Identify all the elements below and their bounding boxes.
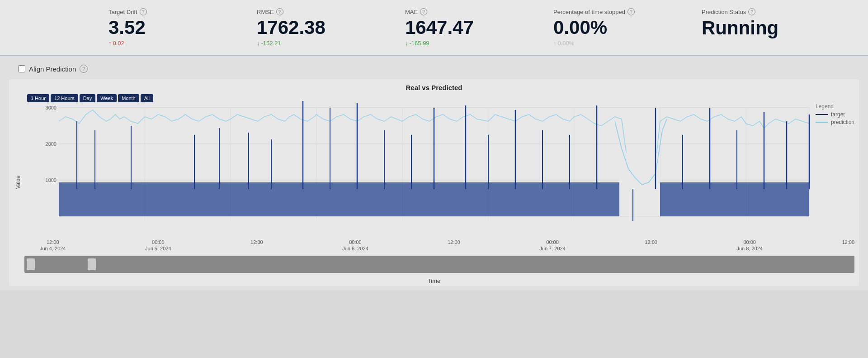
delta-down-icon2: ↓ xyxy=(405,40,408,47)
chart-inner: 1 Hour 12 Hours Day Week Month All 3000 xyxy=(23,94,854,252)
legend-prediction-line xyxy=(816,122,828,123)
pct-stopped-label: Percentage of time stopped xyxy=(553,9,625,15)
mae-delta: ↓ -165.99 xyxy=(405,40,535,47)
prediction-status-label: Prediction Status xyxy=(702,9,746,15)
time-btn-month[interactable]: Month xyxy=(118,94,139,102)
target-drift-label: Target Drift xyxy=(108,9,137,15)
time-buttons: 1 Hour 12 Hours Day Week Month All xyxy=(27,94,153,102)
align-prediction-help-icon[interactable]: ? xyxy=(80,65,88,73)
target-drift-help-icon[interactable]: ? xyxy=(140,8,147,15)
delta-up-icon: ↑ xyxy=(108,40,112,47)
svg-rect-36 xyxy=(619,153,660,216)
x-tick-3: 00:00Jun 6, 2024 xyxy=(342,239,368,252)
svg-text:3000: 3000 xyxy=(46,105,57,110)
svg-text:1000: 1000 xyxy=(46,177,57,183)
pct-stopped-delta: ↑ 0.00% xyxy=(553,40,684,47)
metric-target-drift: Target Drift ? 3.52 ↑ 0.02 xyxy=(99,8,248,47)
main-content: Align Prediction ? Real vs Predicted Val… xyxy=(0,56,868,291)
x-tick-7: 00:00Jun 8, 2024 xyxy=(736,239,763,252)
prediction-status-help-icon[interactable]: ? xyxy=(748,8,755,15)
metric-pct-stopped: Percentage of time stopped ? 0.00% ↑ 0.0… xyxy=(544,8,693,47)
target-drift-delta: ↑ 0.02 xyxy=(108,40,239,47)
chart-title: Real vs Predicted xyxy=(14,84,854,91)
x-tick-2: 12:00 xyxy=(250,239,263,252)
legend-title: Legend xyxy=(816,103,854,110)
time-btn-day[interactable]: Day xyxy=(80,94,96,102)
svg-text:2000: 2000 xyxy=(46,141,57,147)
delta-down-icon: ↓ xyxy=(257,40,260,47)
x-tick-1: 00:00Jun 5, 2024 xyxy=(145,239,171,252)
rmse-value: 1762.38 xyxy=(257,17,387,38)
mae-help-icon[interactable]: ? xyxy=(420,8,427,15)
metrics-bar: Target Drift ? 3.52 ↑ 0.02 RMSE ? 1762.3… xyxy=(0,0,868,56)
x-tick-5: 00:00Jun 7, 2024 xyxy=(539,239,566,252)
x-tick-8: 12:00 xyxy=(842,239,854,252)
y-axis-label: Value xyxy=(14,94,23,252)
time-btn-12hours[interactable]: 12 Hours xyxy=(51,94,78,102)
legend-target-label: target xyxy=(831,111,845,118)
target-drift-value: 3.52 xyxy=(108,17,239,38)
metric-rmse: RMSE ? 1762.38 ↓ -152.21 xyxy=(248,8,396,47)
metric-mae: MAE ? 1647.47 ↓ -165.99 xyxy=(396,8,544,47)
x-axis-labels: 12:00Jun 4, 2024 00:00Jun 5, 2024 12:00 … xyxy=(23,239,854,252)
delta-neutral-icon: ↑ xyxy=(553,40,557,47)
prediction-status-value: Running xyxy=(702,17,832,39)
x-tick-6: 12:00 xyxy=(645,239,657,252)
chart-area: Value 1 Hour 12 Hours Day Week Month All xyxy=(14,94,854,252)
mae-value: 1647.47 xyxy=(405,17,535,38)
time-btn-1hour[interactable]: 1 Hour xyxy=(27,94,49,102)
align-prediction-label: Align Prediction xyxy=(29,65,76,73)
time-btn-week[interactable]: Week xyxy=(97,94,117,102)
rmse-delta: ↓ -152.21 xyxy=(257,40,387,47)
rmse-help-icon[interactable]: ? xyxy=(276,8,283,15)
x-tick-4: 12:00 xyxy=(448,239,460,252)
rmse-label: RMSE xyxy=(257,9,274,15)
mae-label: MAE xyxy=(405,9,418,15)
x-axis-title: Time xyxy=(14,275,854,286)
legend-prediction: prediction xyxy=(816,119,854,125)
legend-target: target xyxy=(816,111,854,118)
x-tick-0: 12:00Jun 4, 2024 xyxy=(40,239,66,252)
legend-target-line xyxy=(816,114,828,115)
pct-stopped-help-icon[interactable]: ? xyxy=(627,8,635,15)
scrollbar-thumb-left[interactable] xyxy=(27,258,35,270)
align-prediction-checkbox[interactable] xyxy=(18,65,25,72)
pct-stopped-value: 0.00% xyxy=(553,17,684,38)
legend-prediction-label: prediction xyxy=(831,119,854,125)
chart-svg: 3000 2000 1000 xyxy=(23,94,854,239)
align-prediction-row: Align Prediction ? xyxy=(9,65,859,73)
scrollbar-thumb-right[interactable] xyxy=(88,258,96,270)
metric-prediction-status: Prediction Status ? Running xyxy=(693,8,841,39)
chart-container: Real vs Predicted Value 1 Hour 12 Hours … xyxy=(9,79,859,286)
scrollbar-track[interactable] xyxy=(24,256,854,273)
legend-box: Legend target prediction xyxy=(816,103,854,127)
time-btn-all[interactable]: All xyxy=(141,94,153,102)
